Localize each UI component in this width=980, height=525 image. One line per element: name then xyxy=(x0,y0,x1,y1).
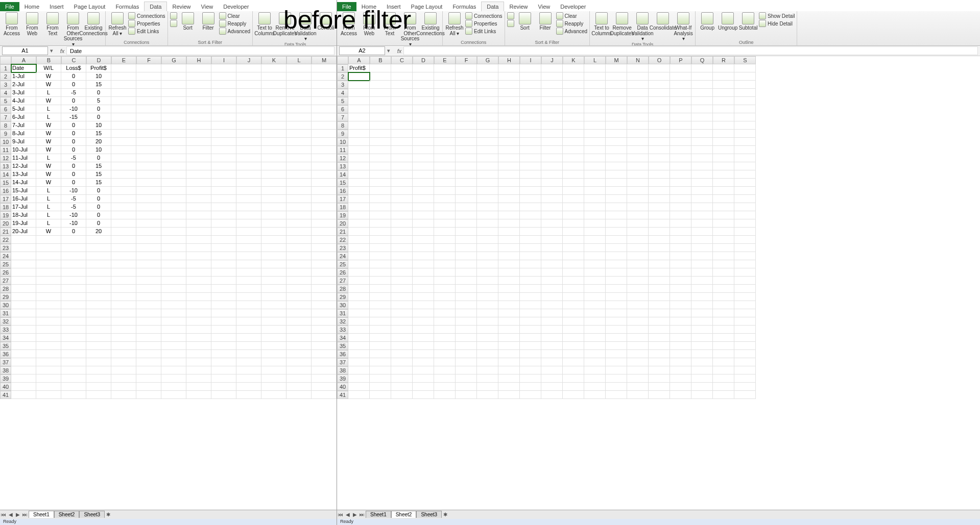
cell-H28[interactable] xyxy=(186,285,211,293)
row-header-11[interactable]: 11 xyxy=(337,146,348,154)
cell-F35[interactable] xyxy=(136,342,161,350)
cell-M23[interactable] xyxy=(606,244,627,252)
cell-M1[interactable] xyxy=(606,64,627,72)
cell-D13[interactable] xyxy=(413,162,434,170)
cell-F7[interactable] xyxy=(456,113,477,121)
subtotal-button[interactable]: Subtotal xyxy=(738,12,758,31)
cell-C14[interactable] xyxy=(391,170,413,179)
cell-F6[interactable] xyxy=(136,105,161,113)
cell-I18[interactable] xyxy=(211,203,236,211)
cell-I30[interactable] xyxy=(520,301,541,309)
cell-J5[interactable] xyxy=(541,97,563,105)
cell-L40[interactable] xyxy=(584,383,606,391)
cell-B11[interactable]: W xyxy=(36,146,61,154)
row-header-16[interactable]: 16 xyxy=(0,187,11,195)
connections-button[interactable]: Connections xyxy=(465,12,503,19)
cell-I23[interactable] xyxy=(520,244,541,252)
cell-M28[interactable] xyxy=(606,285,627,293)
cell-A19[interactable]: 18-Jul xyxy=(11,211,36,219)
cell-D25[interactable] xyxy=(413,260,434,268)
cell-F15[interactable] xyxy=(456,179,477,187)
cell-F31[interactable] xyxy=(136,309,161,317)
cell-L36[interactable] xyxy=(286,350,312,358)
cell-K11[interactable] xyxy=(563,146,584,154)
cell-L11[interactable] xyxy=(584,146,606,154)
cell-K23[interactable] xyxy=(261,244,286,252)
cell-I39[interactable] xyxy=(211,374,236,383)
cell-F20[interactable] xyxy=(136,219,161,228)
cell-B6[interactable]: L xyxy=(36,105,61,113)
cell-O18[interactable] xyxy=(649,203,670,211)
cell-B2[interactable] xyxy=(370,72,391,81)
cell-D9[interactable]: 15 xyxy=(86,130,111,138)
cell-D8[interactable] xyxy=(413,121,434,130)
cell-L25[interactable] xyxy=(286,260,312,268)
cell-I20[interactable] xyxy=(520,219,541,228)
row-header-37[interactable]: 37 xyxy=(0,358,11,366)
cell-B4[interactable]: L xyxy=(36,89,61,97)
cell-S37[interactable] xyxy=(734,358,756,366)
cell-A33[interactable] xyxy=(348,326,370,334)
cell-D33[interactable] xyxy=(86,326,111,334)
cell-F4[interactable] xyxy=(136,89,161,97)
cell-D18[interactable] xyxy=(413,203,434,211)
cell-L41[interactable] xyxy=(584,391,606,399)
cell-C27[interactable] xyxy=(391,277,413,285)
cell-F10[interactable] xyxy=(136,138,161,146)
cell-K34[interactable] xyxy=(563,334,584,342)
cell-I22[interactable] xyxy=(520,236,541,244)
cell-D40[interactable] xyxy=(86,383,111,391)
cell-M14[interactable] xyxy=(606,170,627,179)
row-header-17[interactable]: 17 xyxy=(0,195,11,203)
cell-H1[interactable] xyxy=(498,64,520,72)
cell-M22[interactable] xyxy=(606,236,627,244)
cell-K20[interactable] xyxy=(261,219,286,228)
cell-J31[interactable] xyxy=(236,309,261,317)
cell-Q14[interactable] xyxy=(691,170,713,179)
cell-F37[interactable] xyxy=(456,358,477,366)
col-header-S[interactable]: S xyxy=(734,56,756,64)
sheet-tab-2[interactable]: Sheet2 xyxy=(54,511,80,518)
cell-D32[interactable] xyxy=(86,317,111,326)
cell-G36[interactable] xyxy=(161,350,186,358)
row-header-4[interactable]: 4 xyxy=(337,89,348,97)
col-header-Q[interactable]: Q xyxy=(691,56,713,64)
cell-A38[interactable] xyxy=(11,366,36,374)
cell-D39[interactable] xyxy=(86,374,111,383)
cell-F12[interactable] xyxy=(456,154,477,162)
row-header-5[interactable]: 5 xyxy=(0,97,11,105)
cell-C31[interactable] xyxy=(391,309,413,317)
cell-J11[interactable] xyxy=(236,146,261,154)
cell-H14[interactable] xyxy=(498,170,520,179)
cell-B23[interactable] xyxy=(370,244,391,252)
cell-N23[interactable] xyxy=(627,244,649,252)
cell-H40[interactable] xyxy=(498,383,520,391)
cell-I33[interactable] xyxy=(211,326,236,334)
sort-button[interactable]: Sort xyxy=(178,12,198,31)
cell-L4[interactable] xyxy=(286,89,312,97)
formula-input[interactable] xyxy=(403,46,978,55)
cell-M29[interactable] xyxy=(606,293,627,301)
cell-S1[interactable] xyxy=(734,64,756,72)
col-header-I[interactable]: I xyxy=(211,56,236,64)
cell-C6[interactable] xyxy=(391,105,413,113)
tab-page-layout[interactable]: Page Layout xyxy=(69,2,111,11)
cell-L1[interactable] xyxy=(584,64,606,72)
cell-L22[interactable] xyxy=(584,236,606,244)
cell-P26[interactable] xyxy=(670,268,691,277)
cell-S12[interactable] xyxy=(734,154,756,162)
cell-I2[interactable] xyxy=(520,72,541,81)
cell-M22[interactable] xyxy=(312,236,337,244)
cell-B10[interactable] xyxy=(370,138,391,146)
row-header-34[interactable]: 34 xyxy=(337,334,348,342)
cell-C29[interactable] xyxy=(61,293,86,301)
cell-C16[interactable]: -10 xyxy=(61,187,86,195)
sheet-nav-first-icon[interactable]: ⏮ xyxy=(0,512,7,517)
cell-H32[interactable] xyxy=(498,317,520,326)
cell-S18[interactable] xyxy=(734,203,756,211)
cell-F9[interactable] xyxy=(456,130,477,138)
cell-D4[interactable] xyxy=(413,89,434,97)
cell-G34[interactable] xyxy=(161,334,186,342)
cell-S32[interactable] xyxy=(734,317,756,326)
cell-M1[interactable] xyxy=(312,64,337,72)
